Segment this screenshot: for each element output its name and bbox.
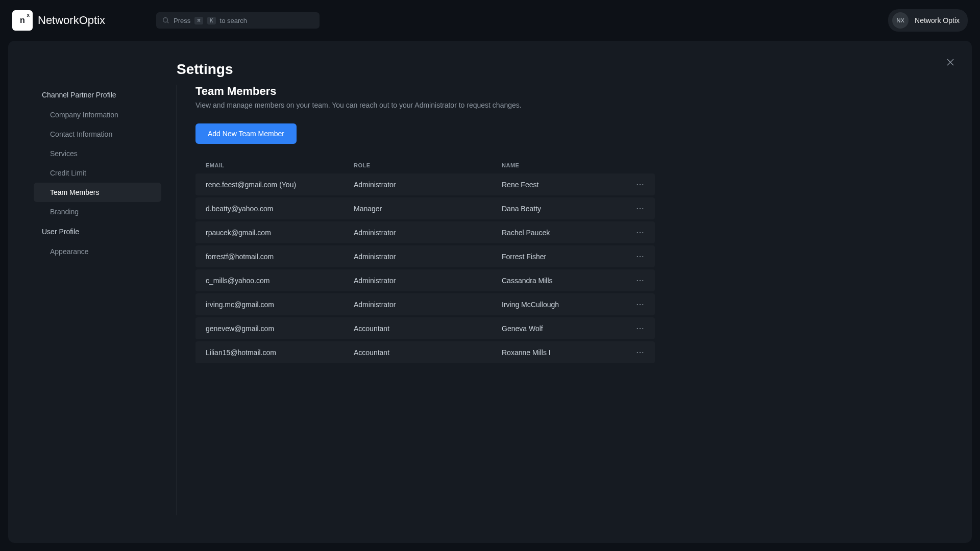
avatar: NX bbox=[892, 12, 909, 29]
header-role: Role bbox=[354, 162, 502, 168]
row-actions-button[interactable]: ⋯ bbox=[619, 299, 645, 309]
table-header: Email Role Name bbox=[195, 162, 655, 173]
row-actions-button[interactable]: ⋯ bbox=[619, 204, 645, 213]
search-prefix: Press bbox=[174, 17, 190, 24]
table-row: rene.feest@gmail.com (You)AdministratorR… bbox=[195, 173, 655, 195]
cell-role: Administrator bbox=[354, 253, 502, 261]
svg-line-1 bbox=[167, 22, 169, 23]
search-suffix: to search bbox=[220, 17, 247, 24]
sidebar-item-services[interactable]: Services bbox=[34, 144, 161, 163]
username: Network Optix bbox=[915, 16, 960, 24]
settings-sidebar: Channel Partner ProfileCompany Informati… bbox=[34, 85, 161, 515]
top-bar: n NetworkOptix Press ⌘ K to search NX Ne… bbox=[0, 0, 980, 41]
section-subtitle: View and manage members on your team. Yo… bbox=[195, 101, 946, 109]
brand-name: NetworkOptix bbox=[38, 14, 105, 27]
table-row: forrestf@hotmail.comAdministratorForrest… bbox=[195, 245, 655, 267]
cell-role: Accountant bbox=[354, 348, 502, 357]
header-name: Name bbox=[502, 162, 619, 168]
row-actions-button[interactable]: ⋯ bbox=[619, 252, 645, 261]
cell-name: Dana Beatty bbox=[502, 205, 619, 213]
search-icon bbox=[162, 17, 169, 24]
sidebar-section-title[interactable]: Channel Partner Profile bbox=[34, 85, 161, 105]
sidebar-item-contact-information[interactable]: Contact Information bbox=[34, 124, 161, 144]
main-panel: Settings Channel Partner ProfileCompany … bbox=[8, 41, 972, 543]
cell-email: d.beatty@yahoo.com bbox=[206, 205, 354, 213]
table-row: rpaucek@gmail.comAdministratorRachel Pau… bbox=[195, 221, 655, 243]
kbd-cmd: ⌘ bbox=[194, 17, 203, 24]
members-table: Email Role Name rene.feest@gmail.com (Yo… bbox=[195, 162, 655, 364]
logo-icon: n bbox=[12, 10, 33, 31]
add-member-button[interactable]: Add New Team Member bbox=[195, 123, 297, 144]
cell-name: Forrest Fisher bbox=[502, 253, 619, 261]
table-row: Lilian15@hotmail.comAccountantRoxanne Mi… bbox=[195, 341, 655, 363]
cell-name: Geneva Wolf bbox=[502, 324, 619, 333]
user-menu[interactable]: NX Network Optix bbox=[888, 9, 968, 32]
logo[interactable]: n NetworkOptix bbox=[12, 10, 105, 31]
page-title: Settings bbox=[177, 61, 946, 78]
cell-email: rpaucek@gmail.com bbox=[206, 229, 354, 237]
sidebar-section-title[interactable]: User Profile bbox=[34, 221, 161, 242]
cell-email: c_mills@yahoo.com bbox=[206, 277, 354, 285]
search-input[interactable]: Press ⌘ K to search bbox=[156, 12, 320, 29]
sidebar-item-credit-limit[interactable]: Credit Limit bbox=[34, 163, 161, 183]
cell-name: Rachel Paucek bbox=[502, 229, 619, 237]
sidebar-item-company-information[interactable]: Company Information bbox=[34, 105, 161, 124]
kbd-k: K bbox=[207, 17, 216, 24]
cell-role: Manager bbox=[354, 205, 502, 213]
cell-name: Rene Feest bbox=[502, 181, 619, 189]
cell-email: Lilian15@hotmail.com bbox=[206, 348, 354, 357]
detail-panel: Team Members View and manage members on … bbox=[177, 85, 946, 515]
cell-role: Accountant bbox=[354, 324, 502, 333]
row-actions-button[interactable]: ⋯ bbox=[619, 347, 645, 357]
sidebar-item-appearance[interactable]: Appearance bbox=[34, 242, 161, 261]
cell-role: Administrator bbox=[354, 181, 502, 189]
table-row: genevew@gmail.comAccountantGeneva Wolf⋯ bbox=[195, 317, 655, 339]
row-actions-button[interactable]: ⋯ bbox=[619, 323, 645, 333]
cell-role: Administrator bbox=[354, 229, 502, 237]
cell-name: Cassandra Mills bbox=[502, 277, 619, 285]
row-actions-button[interactable]: ⋯ bbox=[619, 228, 645, 237]
cell-email: genevew@gmail.com bbox=[206, 324, 354, 333]
cell-email: forrestf@hotmail.com bbox=[206, 253, 354, 261]
svg-point-0 bbox=[163, 18, 168, 22]
section-title: Team Members bbox=[195, 85, 946, 98]
header-email: Email bbox=[206, 162, 354, 168]
close-button[interactable] bbox=[944, 56, 957, 68]
table-body: rene.feest@gmail.com (You)AdministratorR… bbox=[195, 173, 655, 364]
cell-role: Administrator bbox=[354, 300, 502, 309]
cell-email: rene.feest@gmail.com (You) bbox=[206, 181, 354, 189]
row-actions-button[interactable]: ⋯ bbox=[619, 180, 645, 189]
table-row: d.beatty@yahoo.comManagerDana Beatty⋯ bbox=[195, 197, 655, 219]
content-wrapper: Channel Partner ProfileCompany Informati… bbox=[34, 85, 946, 515]
table-row: c_mills@yahoo.comAdministratorCassandra … bbox=[195, 269, 655, 291]
cell-name: Irving McCullough bbox=[502, 300, 619, 309]
cell-name: Roxanne Mills I bbox=[502, 348, 619, 357]
close-icon bbox=[946, 58, 955, 67]
cell-role: Administrator bbox=[354, 277, 502, 285]
sidebar-item-branding[interactable]: Branding bbox=[34, 202, 161, 221]
cell-email: irving.mc@gmail.com bbox=[206, 300, 354, 309]
row-actions-button[interactable]: ⋯ bbox=[619, 276, 645, 285]
sidebar-item-team-members[interactable]: Team Members bbox=[34, 183, 161, 202]
table-row: irving.mc@gmail.comAdministratorIrving M… bbox=[195, 293, 655, 315]
